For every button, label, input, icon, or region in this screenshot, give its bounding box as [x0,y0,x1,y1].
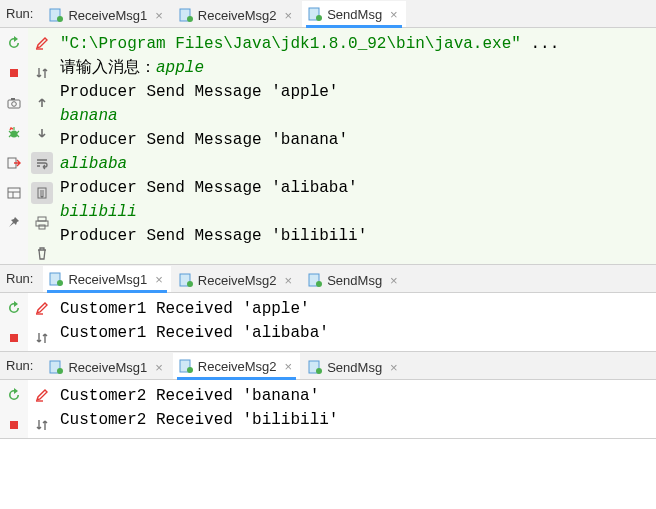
console-text: alibaba [60,155,127,173]
run-config-icon [49,8,63,22]
panel-header: Run:ReceiveMsg1×ReceiveMsg2×SendMsg× [0,0,656,28]
svg-point-21 [57,280,63,286]
close-icon[interactable]: × [155,361,163,374]
tab-sendmsg[interactable]: SendMsg× [302,266,406,292]
left-toolbar [0,293,28,351]
svg-point-10 [11,131,18,138]
tab-receivemsg1[interactable]: ReceiveMsg1× [43,1,170,27]
console-text: Customer2 Received 'banana' [60,387,319,405]
tab-receivemsg2[interactable]: ReceiveMsg2× [173,266,300,292]
run-panel: Run:ReceiveMsg1×ReceiveMsg2×SendMsg×Cust… [0,352,656,439]
console-line: Producer Send Message 'alibaba' [60,176,650,200]
console-text: Producer Send Message 'alibaba' [60,179,358,197]
console-text: Producer Send Message 'bilibili' [60,227,367,245]
console-output[interactable]: Customer1 Received 'apple'Customer1 Rece… [56,293,656,351]
tab-label: ReceiveMsg2 [198,359,277,374]
console-line: Customer2 Received 'bilibili' [60,408,650,432]
tab-sendmsg[interactable]: SendMsg× [302,353,406,379]
svg-rect-6 [10,69,18,77]
panel-header: Run:ReceiveMsg1×ReceiveMsg2×SendMsg× [0,265,656,293]
left-toolbar [0,28,28,264]
pin-button[interactable] [3,212,25,234]
pen-button[interactable] [31,384,53,406]
svg-rect-17 [38,217,46,221]
svg-rect-26 [10,334,18,342]
close-icon[interactable]: × [155,273,163,286]
console-text: 请输入消息： [60,59,156,77]
console-text: Producer Send Message 'apple' [60,83,338,101]
tab-label: SendMsg [327,7,382,22]
stop-button[interactable] [3,62,25,84]
tab-label: SendMsg [327,273,382,288]
svg-rect-12 [8,188,20,198]
console-line: Customer1 Received 'apple' [60,297,650,321]
pen-button[interactable] [31,297,53,319]
layout-button[interactable] [3,182,25,204]
close-icon[interactable]: × [155,9,163,22]
run-config-icon [49,360,63,374]
trash-button[interactable] [31,242,53,264]
tab-label: ReceiveMsg1 [68,8,147,23]
rerun-button[interactable] [3,32,25,54]
console-line: bilibili [60,200,650,224]
close-icon[interactable]: × [390,274,398,287]
wrap-button[interactable] [31,152,53,174]
svg-point-3 [187,16,193,22]
tab-bar: ReceiveMsg1×ReceiveMsg2×SendMsg× [43,352,407,379]
panel-body: "C:\Program Files\Java\jdk1.8.0_92\bin\j… [0,28,656,264]
console-text: "C:\Program Files\Java\jdk1.8.0_92\bin\j… [60,35,521,53]
close-icon[interactable]: × [285,360,293,373]
tab-receivemsg1[interactable]: ReceiveMsg1× [43,266,170,292]
run-label: Run: [6,271,33,286]
close-icon[interactable]: × [390,361,398,374]
sort-button[interactable] [31,414,53,436]
panel-header: Run:ReceiveMsg1×ReceiveMsg2×SendMsg× [0,352,656,380]
console-line: Customer2 Received 'banana' [60,384,650,408]
camera-button[interactable] [3,92,25,114]
scroll-button[interactable] [31,182,53,204]
console-line: alibaba [60,152,650,176]
tab-receivemsg2[interactable]: ReceiveMsg2× [173,353,300,379]
right-toolbar [28,28,56,264]
bug-button[interactable] [3,122,25,144]
console-text: bilibili [60,203,137,221]
stop-button[interactable] [3,414,25,436]
run-panel: Run:ReceiveMsg1×ReceiveMsg2×SendMsg×"C:\… [0,0,656,265]
svg-rect-9 [11,98,15,100]
rerun-button[interactable] [3,384,25,406]
tab-receivemsg1[interactable]: ReceiveMsg1× [43,353,170,379]
svg-rect-34 [10,421,18,429]
tab-bar: ReceiveMsg1×ReceiveMsg2×SendMsg× [43,265,407,292]
pen-button[interactable] [31,32,53,54]
svg-point-25 [316,281,322,287]
console-line: Producer Send Message 'bilibili' [60,224,650,248]
sort-button[interactable] [31,62,53,84]
run-config-icon [49,272,63,286]
run-config-icon [179,273,193,287]
run-config-icon [308,7,322,21]
console-output[interactable]: "C:\Program Files\Java\jdk1.8.0_92\bin\j… [56,28,656,264]
close-icon[interactable]: × [285,274,293,287]
exit-button[interactable] [3,152,25,174]
down-button[interactable] [31,122,53,144]
svg-point-33 [316,368,322,374]
svg-point-23 [187,281,193,287]
right-toolbar [28,293,56,351]
rerun-button[interactable] [3,297,25,319]
console-line: "C:\Program Files\Java\jdk1.8.0_92\bin\j… [60,32,650,56]
stop-button[interactable] [3,327,25,349]
print-button[interactable] [31,212,53,234]
console-line: Customer1 Received 'alibaba' [60,321,650,345]
svg-rect-7 [8,100,20,108]
tab-receivemsg2[interactable]: ReceiveMsg2× [173,1,300,27]
close-icon[interactable]: × [285,9,293,22]
left-toolbar [0,380,28,438]
run-config-icon [308,360,322,374]
up-button[interactable] [31,92,53,114]
sort-button[interactable] [31,327,53,349]
tab-sendmsg[interactable]: SendMsg× [302,1,406,27]
close-icon[interactable]: × [390,8,398,21]
run-config-icon [308,273,322,287]
console-output[interactable]: Customer2 Received 'banana'Customer2 Rec… [56,380,656,438]
run-panel: Run:ReceiveMsg1×ReceiveMsg2×SendMsg×Cust… [0,265,656,352]
